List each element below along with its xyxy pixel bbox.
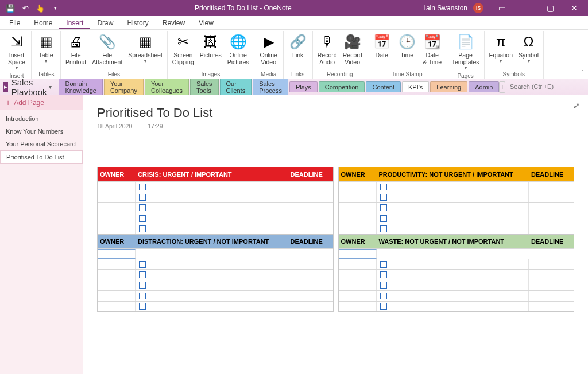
- ribbon-pictures[interactable]: 🖼Pictures: [198, 31, 224, 60]
- table-row[interactable]: [339, 269, 574, 279]
- close-button[interactable]: ✕: [563, 0, 586, 16]
- user-avatar[interactable]: IS: [473, 3, 483, 13]
- menu-home[interactable]: Home: [27, 17, 59, 29]
- checkbox[interactable]: [139, 303, 146, 310]
- add-page-button[interactable]: + Add Page: [0, 95, 83, 110]
- page-canvas[interactable]: ⤢ Prioritised To Do List 18 April 2020 1…: [83, 95, 588, 374]
- menu-insert[interactable]: Insert: [59, 17, 90, 29]
- section-tab-admin[interactable]: Admin: [469, 81, 499, 92]
- table-row[interactable]: [339, 213, 574, 223]
- section-tab-kpi-s[interactable]: KPI's: [402, 81, 429, 92]
- section-tab-sales-tools[interactable]: Sales Tools: [190, 78, 219, 96]
- checkbox[interactable]: [380, 282, 387, 289]
- ribbon-record-video[interactable]: 🎥RecordVideo: [341, 31, 365, 67]
- table-row[interactable]: [339, 224, 574, 234]
- ribbon-file-printout[interactable]: 🖨FilePrintout: [63, 31, 88, 67]
- section-tab-learning[interactable]: Learning: [430, 81, 467, 92]
- notebook-icon[interactable]: ▸: [3, 82, 8, 92]
- checkbox[interactable]: [139, 204, 146, 211]
- ribbon-screen-clipping[interactable]: ✂ScreenClipping: [170, 31, 196, 67]
- minimize-button[interactable]: —: [514, 0, 537, 16]
- checkbox[interactable]: [139, 225, 146, 232]
- table-row[interactable]: [98, 290, 333, 301]
- page-item[interactable]: Prioritised To Do List: [0, 150, 83, 164]
- page-item[interactable]: Your Personal Scorecard: [0, 138, 83, 150]
- table-row[interactable]: [98, 269, 333, 279]
- table-row[interactable]: [98, 213, 333, 223]
- table-row[interactable]: [98, 259, 333, 269]
- checkbox[interactable]: [139, 293, 146, 299]
- section-tab-our-clients[interactable]: Our Clients: [220, 78, 252, 96]
- section-tab-competition[interactable]: Competition: [319, 81, 365, 92]
- section-tab-sales-process[interactable]: Sales Process: [253, 78, 288, 96]
- checkbox[interactable]: [380, 293, 387, 299]
- collapse-ribbon-icon[interactable]: ˆ: [582, 70, 583, 76]
- checkbox[interactable]: [139, 194, 146, 201]
- input-row[interactable]: [98, 248, 333, 259]
- menu-view[interactable]: View: [192, 17, 220, 29]
- ribbon-insert-space[interactable]: ⇲InsertSpace▾: [5, 31, 29, 72]
- maximize-button[interactable]: ▢: [539, 0, 562, 16]
- checkbox[interactable]: [380, 215, 387, 222]
- ribbon-options-icon[interactable]: ▭: [490, 0, 513, 16]
- menu-history[interactable]: History: [120, 17, 155, 29]
- checkbox[interactable]: [139, 215, 146, 222]
- section-tab-content[interactable]: Content: [366, 81, 401, 92]
- touch-mode-icon[interactable]: 👆: [33, 1, 47, 15]
- section-tab-your-company[interactable]: Your Company: [104, 78, 144, 96]
- ribbon-file-attachment[interactable]: 📎FileAttachment: [90, 31, 125, 67]
- table-row[interactable]: [98, 181, 333, 192]
- undo-icon[interactable]: ↶: [18, 1, 32, 15]
- section-tab-domain-knowledge[interactable]: Domain Knowledge: [59, 78, 102, 96]
- checkbox[interactable]: [139, 184, 146, 190]
- table-row[interactable]: [339, 202, 574, 213]
- menu-review[interactable]: Review: [156, 17, 192, 29]
- ribbon-online-pictures[interactable]: 🌐OnlinePictures: [225, 31, 252, 67]
- expand-icon[interactable]: ⤢: [573, 101, 580, 110]
- table-row[interactable]: [98, 280, 333, 290]
- ribbon-time[interactable]: 🕒Time: [395, 31, 419, 60]
- checkbox[interactable]: [380, 271, 387, 278]
- qat-customize-icon[interactable]: ▾: [48, 1, 62, 15]
- save-icon[interactable]: 💾: [3, 1, 17, 15]
- table-row[interactable]: [339, 301, 574, 311]
- checkbox[interactable]: [380, 225, 387, 232]
- table-row[interactable]: [98, 202, 333, 213]
- section-tab-your-colleagues[interactable]: Your Colleagues: [145, 78, 189, 96]
- checkbox[interactable]: [380, 261, 387, 268]
- table-row[interactable]: [339, 181, 574, 192]
- checkbox[interactable]: [380, 184, 387, 190]
- page-item[interactable]: Introduction: [0, 112, 83, 125]
- ribbon-record-audio[interactable]: 🎙RecordAudio: [315, 31, 339, 67]
- notebook-dropdown-icon[interactable]: ▾: [49, 84, 52, 90]
- checkbox[interactable]: [139, 261, 146, 268]
- section-tab-plays[interactable]: Plays: [289, 81, 318, 92]
- table-row[interactable]: [339, 280, 574, 290]
- ribbon-page-templates[interactable]: 📄PageTemplates▾: [450, 31, 482, 72]
- page-title[interactable]: Prioritised To Do List: [97, 106, 574, 120]
- table-row[interactable]: [339, 192, 574, 202]
- ribbon-equation[interactable]: πEquation▾: [487, 31, 515, 65]
- checkbox[interactable]: [139, 282, 146, 289]
- page-item[interactable]: Know Your Numbers: [0, 125, 83, 138]
- menu-file[interactable]: File: [2, 17, 27, 29]
- ribbon-link[interactable]: 🔗Link: [286, 31, 310, 60]
- ribbon-online-video[interactable]: ▶OnlineVideo: [257, 31, 281, 67]
- add-section-button[interactable]: +: [499, 81, 505, 93]
- ribbon-symbol[interactable]: ΩSymbol▾: [516, 31, 541, 65]
- menu-draw[interactable]: Draw: [90, 17, 120, 29]
- checkbox[interactable]: [380, 303, 387, 310]
- ribbon-date[interactable]: 📅Date: [370, 31, 394, 60]
- checkbox[interactable]: [380, 194, 387, 201]
- checkbox[interactable]: [380, 204, 387, 211]
- ribbon-date-time[interactable]: 📆Date& Time: [420, 31, 444, 67]
- search-box[interactable]: 🔍: [510, 83, 585, 91]
- ribbon-table[interactable]: ▦Table▾: [34, 31, 58, 65]
- checkbox[interactable]: [139, 271, 146, 278]
- table-row[interactable]: [339, 259, 574, 269]
- input-row[interactable]: [339, 248, 574, 259]
- search-input[interactable]: [510, 83, 588, 90]
- table-row[interactable]: [98, 224, 333, 234]
- table-row[interactable]: [98, 301, 333, 311]
- table-row[interactable]: [98, 192, 333, 202]
